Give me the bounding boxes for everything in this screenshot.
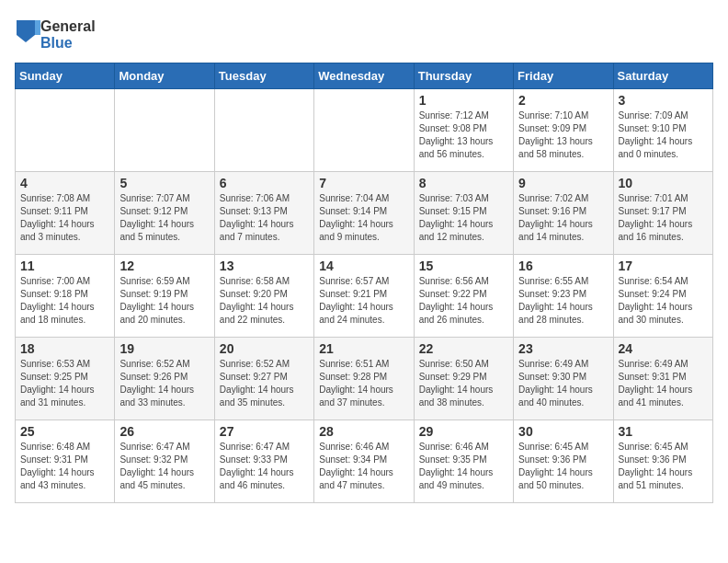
cell-content: Sunrise: 7:10 AMSunset: 9:09 PMDaylight:… xyxy=(518,109,608,161)
cell-content: Sunrise: 6:46 AMSunset: 9:34 PMDaylight:… xyxy=(319,441,408,492)
day-number: 10 xyxy=(619,176,708,190)
cell-content: Sunrise: 7:07 AMSunset: 9:12 PMDaylight:… xyxy=(119,192,209,244)
week-row-4: 18Sunrise: 6:53 AMSunset: 9:25 PMDayligh… xyxy=(16,338,713,420)
calendar-cell: 16Sunrise: 6:55 AMSunset: 9:23 PMDayligh… xyxy=(514,255,613,338)
calendar-cell: 5Sunrise: 7:07 AMSunset: 9:12 PMDaylight… xyxy=(115,172,214,255)
cell-content: Sunrise: 7:12 AMSunset: 9:08 PMDaylight:… xyxy=(419,109,508,161)
day-number: 18 xyxy=(20,341,109,356)
day-number: 16 xyxy=(518,259,608,273)
calendar-cell: 27Sunrise: 6:47 AMSunset: 9:33 PMDayligh… xyxy=(214,420,313,503)
calendar-cell: 10Sunrise: 7:01 AMSunset: 9:17 PMDayligh… xyxy=(613,172,712,255)
cell-content: Sunrise: 6:57 AMSunset: 9:21 PMDaylight:… xyxy=(319,275,408,327)
svg-marker-0 xyxy=(17,20,35,42)
day-number: 3 xyxy=(619,93,708,108)
calendar-cell: 17Sunrise: 6:54 AMSunset: 9:24 PMDayligh… xyxy=(613,255,712,338)
cell-content: Sunrise: 6:55 AMSunset: 9:23 PMDaylight:… xyxy=(518,275,608,327)
day-number: 23 xyxy=(518,341,608,356)
cell-content: Sunrise: 7:08 AMSunset: 9:11 PMDaylight:… xyxy=(20,192,109,244)
day-number: 17 xyxy=(619,259,708,273)
calendar-cell: 18Sunrise: 6:53 AMSunset: 9:25 PMDayligh… xyxy=(16,338,115,420)
week-row-5: 25Sunrise: 6:48 AMSunset: 9:31 PMDayligh… xyxy=(16,420,713,503)
cell-content: Sunrise: 6:47 AMSunset: 9:32 PMDaylight:… xyxy=(119,441,209,492)
cell-content: Sunrise: 6:58 AMSunset: 9:20 PMDaylight:… xyxy=(220,275,309,327)
day-number: 25 xyxy=(20,424,109,439)
calendar-cell: 28Sunrise: 6:46 AMSunset: 9:34 PMDayligh… xyxy=(314,420,414,503)
header: GeneralBlue xyxy=(15,15,713,55)
calendar-cell: 29Sunrise: 6:46 AMSunset: 9:35 PMDayligh… xyxy=(414,420,513,503)
logo: GeneralBlue xyxy=(15,15,116,55)
calendar-cell: 21Sunrise: 6:51 AMSunset: 9:28 PMDayligh… xyxy=(314,338,414,420)
day-number: 19 xyxy=(119,341,209,356)
day-number: 20 xyxy=(220,341,309,356)
day-number: 15 xyxy=(419,259,508,273)
day-number: 21 xyxy=(319,341,408,356)
cell-content: Sunrise: 7:06 AMSunset: 9:13 PMDaylight:… xyxy=(220,192,309,244)
day-number: 22 xyxy=(419,341,508,356)
calendar-cell: 30Sunrise: 6:45 AMSunset: 9:36 PMDayligh… xyxy=(514,420,613,503)
week-row-1: 1Sunrise: 7:12 AMSunset: 9:08 PMDaylight… xyxy=(16,89,713,172)
week-row-3: 11Sunrise: 7:00 AMSunset: 9:18 PMDayligh… xyxy=(16,255,713,338)
cell-content: Sunrise: 6:53 AMSunset: 9:25 PMDaylight:… xyxy=(20,358,109,409)
cell-content: Sunrise: 6:45 AMSunset: 9:36 PMDaylight:… xyxy=(518,441,608,492)
calendar-cell: 2Sunrise: 7:10 AMSunset: 9:09 PMDaylight… xyxy=(514,89,613,172)
day-number: 11 xyxy=(20,259,109,273)
svg-text:Blue: Blue xyxy=(40,35,73,51)
calendar-cell: 22Sunrise: 6:50 AMSunset: 9:29 PMDayligh… xyxy=(414,338,513,420)
day-number: 9 xyxy=(518,176,608,190)
day-number: 31 xyxy=(619,424,708,439)
cell-content: Sunrise: 6:50 AMSunset: 9:29 PMDaylight:… xyxy=(419,358,508,409)
cell-content: Sunrise: 6:56 AMSunset: 9:22 PMDaylight:… xyxy=(419,275,508,327)
cell-content: Sunrise: 7:01 AMSunset: 9:17 PMDaylight:… xyxy=(619,192,708,244)
day-number: 4 xyxy=(20,176,109,190)
calendar-cell: 23Sunrise: 6:49 AMSunset: 9:30 PMDayligh… xyxy=(514,338,613,420)
day-number: 12 xyxy=(119,259,209,273)
cell-content: Sunrise: 6:49 AMSunset: 9:30 PMDaylight:… xyxy=(518,358,608,409)
calendar-cell: 24Sunrise: 6:49 AMSunset: 9:31 PMDayligh… xyxy=(613,338,712,420)
days-header-row: SundayMondayTuesdayWednesdayThursdayFrid… xyxy=(16,63,713,89)
svg-text:General: General xyxy=(40,18,96,34)
day-number: 8 xyxy=(419,176,508,190)
day-number: 27 xyxy=(220,424,309,439)
day-header-sunday: Sunday xyxy=(16,63,115,89)
day-number: 28 xyxy=(319,424,408,439)
calendar-cell: 19Sunrise: 6:52 AMSunset: 9:26 PMDayligh… xyxy=(115,338,214,420)
day-number: 7 xyxy=(319,176,408,190)
day-header-wednesday: Wednesday xyxy=(314,63,414,89)
calendar-cell: 15Sunrise: 6:56 AMSunset: 9:22 PMDayligh… xyxy=(414,255,513,338)
calendar-cell: 1Sunrise: 7:12 AMSunset: 9:08 PMDaylight… xyxy=(414,89,513,172)
day-number: 24 xyxy=(619,341,708,356)
cell-content: Sunrise: 7:00 AMSunset: 9:18 PMDaylight:… xyxy=(20,275,109,327)
cell-content: Sunrise: 6:59 AMSunset: 9:19 PMDaylight:… xyxy=(119,275,209,327)
cell-content: Sunrise: 7:04 AMSunset: 9:14 PMDaylight:… xyxy=(319,192,408,244)
day-header-saturday: Saturday xyxy=(613,63,712,89)
day-header-thursday: Thursday xyxy=(414,63,513,89)
calendar-cell: 6Sunrise: 7:06 AMSunset: 9:13 PMDaylight… xyxy=(214,172,313,255)
day-number: 1 xyxy=(419,93,508,108)
cell-content: Sunrise: 7:02 AMSunset: 9:16 PMDaylight:… xyxy=(518,192,608,244)
cell-content: Sunrise: 7:03 AMSunset: 9:15 PMDaylight:… xyxy=(419,192,508,244)
calendar-cell: 4Sunrise: 7:08 AMSunset: 9:11 PMDaylight… xyxy=(16,172,115,255)
day-number: 30 xyxy=(518,424,608,439)
day-number: 26 xyxy=(119,424,209,439)
calendar-cell: 8Sunrise: 7:03 AMSunset: 9:15 PMDaylight… xyxy=(414,172,513,255)
day-number: 14 xyxy=(319,259,408,273)
day-number: 13 xyxy=(220,259,309,273)
calendar-cell xyxy=(314,89,414,172)
cell-content: Sunrise: 6:52 AMSunset: 9:26 PMDaylight:… xyxy=(119,358,209,409)
calendar-cell xyxy=(16,89,115,172)
day-number: 6 xyxy=(220,176,309,190)
calendar-cell: 26Sunrise: 6:47 AMSunset: 9:32 PMDayligh… xyxy=(115,420,214,503)
cell-content: Sunrise: 6:47 AMSunset: 9:33 PMDaylight:… xyxy=(220,441,309,492)
calendar-cell xyxy=(214,89,313,172)
cell-content: Sunrise: 6:45 AMSunset: 9:36 PMDaylight:… xyxy=(619,441,708,492)
week-row-2: 4Sunrise: 7:08 AMSunset: 9:11 PMDaylight… xyxy=(16,172,713,255)
cell-content: Sunrise: 6:48 AMSunset: 9:31 PMDaylight:… xyxy=(20,441,109,492)
calendar-cell: 25Sunrise: 6:48 AMSunset: 9:31 PMDayligh… xyxy=(16,420,115,503)
logo-svg: GeneralBlue xyxy=(15,15,116,55)
calendar-cell: 14Sunrise: 6:57 AMSunset: 9:21 PMDayligh… xyxy=(314,255,414,338)
day-header-friday: Friday xyxy=(514,63,613,89)
cell-content: Sunrise: 6:54 AMSunset: 9:24 PMDaylight:… xyxy=(619,275,708,327)
calendar-cell: 3Sunrise: 7:09 AMSunset: 9:10 PMDaylight… xyxy=(613,89,712,172)
cell-content: Sunrise: 6:51 AMSunset: 9:28 PMDaylight:… xyxy=(319,358,408,409)
calendar-cell: 7Sunrise: 7:04 AMSunset: 9:14 PMDaylight… xyxy=(314,172,414,255)
